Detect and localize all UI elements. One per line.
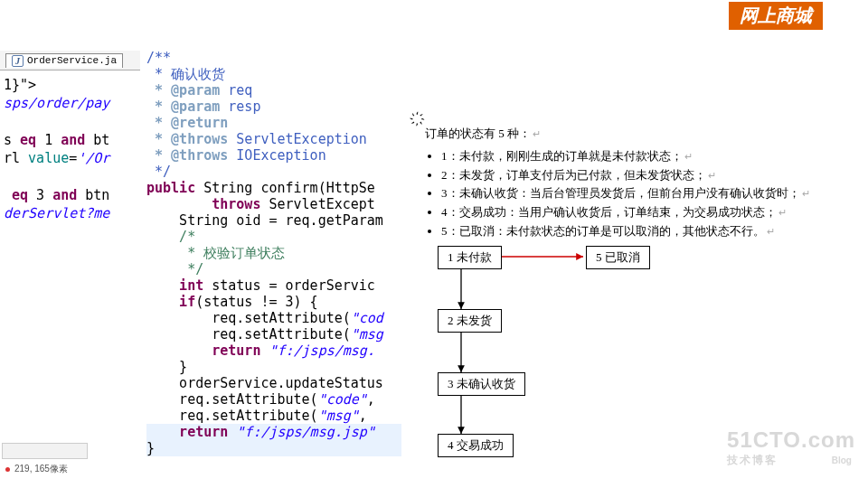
doc-bullet-list: 1：未付款，刚刚生成的订单就是未付款状态；↵ 2：未发货，订单支付后为已付款，但…	[425, 147, 841, 241]
watermark-line3: Blog	[832, 455, 852, 465]
header-banner: 网上商城	[729, 2, 823, 30]
state-box-3: 3 未确认收货	[438, 372, 525, 396]
file-tab-label: OrderService.ja	[27, 55, 117, 66]
editor-tab-bar: J OrderService.ja	[0, 51, 140, 70]
diagram-arrows	[434, 246, 687, 454]
list-item: 2：未发货，订单支付后为已付款，但未发货状态；↵	[441, 166, 841, 185]
status-bar	[2, 443, 88, 459]
doc-title: 订单的状态有 5 种：	[425, 127, 531, 140]
state-box-1: 1 未付款	[438, 246, 502, 269]
state-box-4: 4 交易成功	[438, 434, 514, 457]
main-code-editor[interactable]: /** * 确认收货 * @param req * @param resp * …	[146, 50, 400, 456]
status-dot-icon	[5, 467, 10, 472]
file-tab[interactable]: J OrderService.ja	[5, 53, 123, 68]
list-item: 1：未付款，刚刚生成的订单就是未付款状态；↵	[441, 147, 841, 166]
java-file-icon: J	[12, 55, 24, 67]
status-coords: 219, 165像素	[14, 463, 68, 475]
watermark: 51CTO.com 技术博客 Blog	[727, 427, 855, 468]
watermark-line2: 技术博客	[727, 454, 778, 466]
left-code-snippet: 1}"> sps/order/pay s eq 1 and bt rl valu…	[4, 76, 139, 222]
state-box-5: 5 已取消	[586, 246, 650, 269]
document-text: 订单的状态有 5 种：↵ 1：未付款，刚刚生成的订单就是未付款状态；↵ 2：未发…	[425, 125, 841, 241]
state-diagram: 1 未付款 5 已取消 2 未发货 3 未确认收货 4 交易成功	[434, 246, 687, 454]
watermark-line1: 51CTO.com	[727, 427, 855, 453]
state-box-2: 2 未发货	[438, 309, 502, 333]
list-item: 4：交易成功：当用户确认收货后，订单结束，为交易成功状态；↵	[441, 203, 841, 222]
list-item: 5：已取消：未付款状态的订单是可以取消的，其他状态不行。↵	[441, 222, 841, 241]
list-item: 3：未确认收货：当后台管理员发货后，但前台用户没有确认收货时；↵	[441, 184, 841, 203]
